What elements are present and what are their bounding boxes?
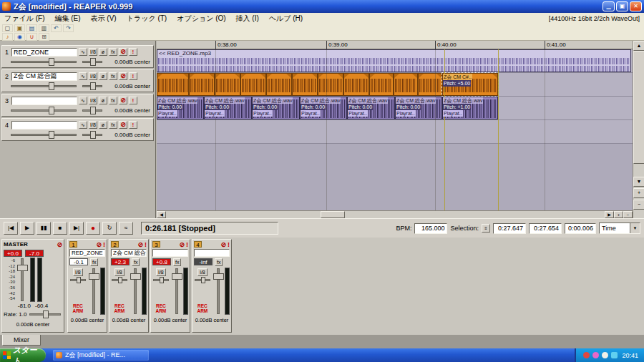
scroll-right-icon[interactable]: ▶ <box>605 211 614 218</box>
save-project-icon[interactable]: ▤ <box>26 24 37 32</box>
mute-icon[interactable]: ⊘ <box>179 241 185 248</box>
audio-item[interactable]: Z会 CM 総合.wavPitch: 0.00Playrat.. <box>347 97 395 119</box>
fx-button[interactable]: fx <box>109 48 117 56</box>
timeline-ruler[interactable]: 0:38.000:39.000:40.000:41.00 <box>157 41 633 49</box>
record-button[interactable]: ● <box>86 222 100 235</box>
mute-icon[interactable]: ⊘ <box>57 241 62 248</box>
audio-item[interactable] <box>318 73 343 96</box>
menu-file[interactable]: ファイル (F) <box>4 14 44 24</box>
vscroll-thumb[interactable] <box>633 51 644 164</box>
open-project-icon[interactable]: ▣ <box>14 24 25 32</box>
io-button[interactable]: I/8 <box>156 268 166 276</box>
time-unit-dropdown[interactable]: Time ▼ <box>599 222 640 234</box>
menu-edit[interactable]: 編集 (E) <box>54 14 80 24</box>
envelope-icon[interactable]: ∿ <box>79 121 87 129</box>
mixer-track-name[interactable] <box>194 249 230 257</box>
phase-icon[interactable]: ø <box>99 97 107 104</box>
track-name-input[interactable] <box>11 72 77 81</box>
audio-item[interactable]: Z会 CM 総合.wavPitch: 0.00Playrat.. <box>204 97 252 119</box>
new-project-icon[interactable]: ▢ <box>2 24 13 32</box>
audio-item[interactable] <box>292 73 318 96</box>
volume-slider[interactable] <box>11 85 77 87</box>
audio-item[interactable] <box>369 73 394 96</box>
fx-button[interactable]: fx <box>109 97 117 104</box>
record-arm-icon[interactable]: ! <box>103 241 105 248</box>
menu-track[interactable]: トラック (T) <box>127 14 167 24</box>
rec-arm-button[interactable]: REC ARM <box>152 303 170 313</box>
play-button[interactable]: ▶ <box>20 222 34 235</box>
io-button[interactable]: I/8 <box>197 268 208 276</box>
pan-slider[interactable] <box>82 109 102 112</box>
tray-icon-2[interactable] <box>592 352 599 358</box>
selection-length-value[interactable]: 0:00.006 <box>565 223 596 234</box>
record-arm-icon[interactable]: ! <box>129 72 137 80</box>
pan-slider[interactable] <box>82 85 102 87</box>
mute-icon[interactable]: ⊘ <box>119 48 127 56</box>
fx-icon[interactable]: ◉ <box>14 33 25 41</box>
pan-slider[interactable] <box>70 279 86 281</box>
audio-item-redzone[interactable]: << RED_ZONE.mp3 <box>157 49 631 72</box>
volume-fader[interactable] <box>89 268 99 315</box>
record-arm-icon[interactable]: ! <box>145 241 147 248</box>
snap-magnet-icon[interactable]: ∪ <box>26 33 37 41</box>
lane-track2[interactable]: Z会 CM C#..Pitch: +5.00 <box>157 73 633 97</box>
record-arm-icon[interactable]: ! <box>129 121 137 129</box>
audio-item[interactable] <box>343 73 369 96</box>
volume-slider[interactable] <box>11 61 77 63</box>
tray-icon-3[interactable] <box>602 352 608 358</box>
io-button[interactable]: I/8 <box>73 268 83 276</box>
hscroll-thumb[interactable] <box>321 211 345 218</box>
track-name-input[interactable] <box>11 97 77 105</box>
track-name-input[interactable] <box>11 121 77 129</box>
rec-arm-button[interactable]: REC ARM <box>111 303 128 313</box>
envelope-icon[interactable]: ∿ <box>79 97 87 104</box>
repeat-button[interactable]: ↻ <box>102 222 117 235</box>
mixer-track-name[interactable]: RED_ZONE <box>69 249 105 257</box>
tray-icon-1[interactable] <box>583 352 590 358</box>
io-button[interactable]: I/8 <box>89 121 97 129</box>
rec-arm-button[interactable]: REC ARM <box>194 303 211 313</box>
horizontal-scrollbar[interactable]: ◀ ▶ + − <box>157 210 633 218</box>
fader-thumb[interactable] <box>17 265 28 271</box>
go-to-end-button[interactable]: ▶| <box>69 222 84 235</box>
mute-icon[interactable]: ⊘ <box>220 241 226 248</box>
stop-button[interactable]: ■ <box>53 222 67 235</box>
fx-button[interactable]: fx <box>109 121 117 129</box>
hzoom-out-button[interactable]: − <box>623 211 633 218</box>
envelope-icon[interactable]: ∿ <box>79 48 87 56</box>
audio-item[interactable]: Z会 CM 総合.wavPitch: 0.00Playrat.. <box>395 97 442 119</box>
fader-thumb[interactable] <box>130 273 141 280</box>
phase-icon[interactable]: ø <box>99 121 107 129</box>
undo-icon[interactable]: ↶ <box>51 24 62 32</box>
volume-slider[interactable] <box>11 109 77 112</box>
volume-fader[interactable] <box>172 268 182 315</box>
volume-fader[interactable] <box>213 268 223 315</box>
master-volume-fader[interactable] <box>17 258 28 302</box>
vertical-scrollbar[interactable]: ▲ ▼ + − <box>633 41 644 218</box>
volume-slider[interactable] <box>11 134 77 136</box>
scroll-down-icon[interactable]: ▼ <box>633 177 644 187</box>
close-button[interactable]: ✕ <box>630 1 642 11</box>
audio-item[interactable] <box>240 73 266 96</box>
metronome-icon[interactable]: ♪ <box>2 33 13 41</box>
audio-item[interactable] <box>418 73 442 96</box>
tray-icon-4[interactable] <box>611 352 618 358</box>
bpm-value[interactable]: 165.000 <box>414 223 447 234</box>
pan-slider[interactable] <box>112 279 127 281</box>
fx-button[interactable]: fx <box>90 258 98 266</box>
mute-icon[interactable]: ⊘ <box>119 72 127 80</box>
io-button[interactable]: I/8 <box>114 268 125 276</box>
auto-crossfade-button[interactable]: ≈ <box>119 222 133 235</box>
record-arm-icon[interactable]: ! <box>129 97 137 104</box>
audio-item[interactable]: Z会 CM 総合.wavPitch: 0.00Playrat.. <box>157 97 204 119</box>
lane-track4[interactable] <box>157 120 633 144</box>
mixer-track-name[interactable] <box>152 249 188 257</box>
fx-button[interactable]: fx <box>132 258 140 266</box>
redo-icon[interactable]: ↷ <box>63 24 74 32</box>
envelope-icon[interactable]: ∿ <box>79 72 87 80</box>
playrate-slider[interactable] <box>29 313 61 315</box>
audio-item[interactable] <box>189 73 215 96</box>
rec-arm-button[interactable]: REC ARM <box>69 303 87 313</box>
record-arm-icon[interactable]: ! <box>129 48 137 56</box>
mixer-track-name[interactable]: Z会 CM 総合篇 <box>111 249 147 257</box>
